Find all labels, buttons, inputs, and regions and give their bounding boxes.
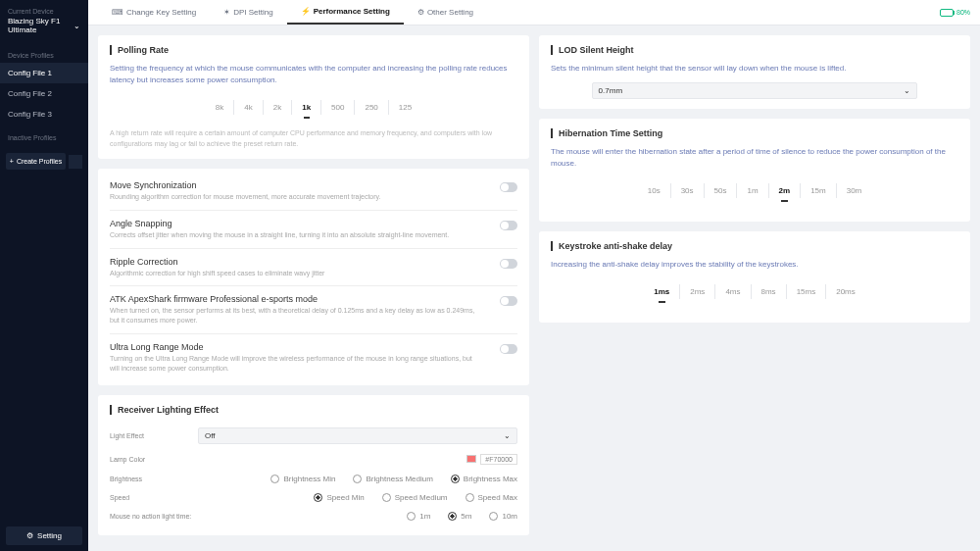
plus-icon: + bbox=[10, 158, 14, 165]
chevron-down-icon: ⌄ bbox=[904, 86, 910, 95]
toggle-switch-angle-snapping[interactable] bbox=[500, 221, 517, 230]
hib-30m[interactable]: 30m bbox=[837, 183, 872, 198]
sidebar-item-profile-2[interactable]: Config File 2 bbox=[0, 83, 88, 104]
chevron-down-icon: ⌄ bbox=[74, 22, 80, 30]
brightness-medium[interactable]: Brightness Medium bbox=[353, 475, 432, 483]
speed-max[interactable]: Speed Max bbox=[466, 493, 517, 502]
lod-title: LOD Silent Height bbox=[551, 45, 958, 55]
brightness-label: Brightness bbox=[110, 476, 198, 482]
hibernation-card: Hibernation Time Setting The mouse will … bbox=[539, 119, 970, 222]
hibernation-options: 10s 30s 50s 1m 2m 15m 30m bbox=[551, 183, 958, 198]
polling-note: A high return rate will require a certai… bbox=[110, 128, 517, 149]
sidebar-item-profile-3[interactable]: Config File 3 bbox=[0, 104, 88, 125]
toggle-title: Move Synchronization bbox=[110, 180, 381, 190]
toggle-desc: Turning on the Ultra Long Range Mode wil… bbox=[110, 354, 482, 374]
toggles-card: Move SynchronizationRounding algorithm c… bbox=[98, 169, 529, 385]
as-20ms[interactable]: 20ms bbox=[826, 284, 865, 299]
toggle-switch-move-sync[interactable] bbox=[500, 182, 517, 192]
key-icon: ⌨ bbox=[112, 8, 123, 17]
setting-button[interactable]: ⚙ Setting bbox=[6, 526, 82, 545]
polling-rate-card: Polling Rate Setting the frequency at wh… bbox=[98, 35, 529, 159]
create-profile-button[interactable]: + Create Profiles bbox=[6, 153, 66, 170]
hib-50s[interactable]: 50s bbox=[705, 183, 738, 198]
toggle-esports: ATK ApexShark firmware Professional e-sp… bbox=[110, 285, 517, 333]
toggle-switch-esports[interactable] bbox=[500, 296, 517, 306]
light-effect-label: Light Effect bbox=[110, 432, 198, 439]
antishake-card: Keystroke anti-shake delay Increasing th… bbox=[539, 231, 970, 323]
toggle-switch-ripple[interactable] bbox=[500, 259, 517, 269]
speed-icon: ⚡ bbox=[301, 7, 311, 16]
antishake-options: 1ms 2ms 4ms 8ms 15ms 20ms bbox=[551, 284, 958, 299]
noaction-1m[interactable]: 1m bbox=[407, 512, 430, 521]
gear-icon: ⚙ bbox=[26, 531, 33, 540]
tab-change-key[interactable]: ⌨Change Key Setting bbox=[98, 0, 210, 25]
speed-label: Speed bbox=[110, 494, 198, 501]
hib-15m[interactable]: 15m bbox=[801, 183, 837, 198]
brightness-max[interactable]: Brightness Max bbox=[451, 475, 517, 483]
toggle-switch-long-range[interactable] bbox=[500, 344, 517, 354]
noaction-5m[interactable]: 5m bbox=[448, 512, 471, 521]
polling-opt-8k[interactable]: 8k bbox=[206, 100, 234, 115]
hib-10s[interactable]: 10s bbox=[638, 183, 671, 198]
toggle-title: Angle Snapping bbox=[110, 219, 449, 228]
polling-opt-2k[interactable]: 2k bbox=[264, 100, 292, 115]
toggle-desc: Rounding algorithm correction for mouse … bbox=[110, 192, 381, 202]
noaction-10m[interactable]: 10m bbox=[489, 512, 517, 521]
polling-opt-4k[interactable]: 4k bbox=[234, 100, 263, 115]
delete-profile-button[interactable] bbox=[69, 155, 82, 169]
toggle-angle-snapping: Angle SnappingCorrects offset jitter whe… bbox=[110, 210, 517, 248]
brightness-min[interactable]: Brightness Min bbox=[270, 475, 335, 483]
speed-medium[interactable]: Speed Medium bbox=[382, 493, 448, 502]
hib-2m[interactable]: 2m bbox=[769, 183, 802, 198]
hibernation-desc: The mouse will enter the hibernation sta… bbox=[551, 146, 958, 170]
noaction-label: Mouse no action light time: bbox=[110, 513, 198, 520]
color-hex[interactable]: #F70000 bbox=[480, 454, 517, 465]
device-profiles-label: Device Profiles bbox=[0, 42, 88, 63]
as-4ms[interactable]: 4ms bbox=[715, 284, 751, 299]
as-8ms[interactable]: 8ms bbox=[752, 284, 787, 299]
toggle-desc: Algorithmic correction for high shift sp… bbox=[110, 269, 324, 278]
device-name: Blazing Sky F1 Ultimate bbox=[8, 17, 74, 34]
lod-card: LOD Silent Height Sets the minimum silen… bbox=[539, 35, 970, 109]
sidebar: Current Device Blazing Sky F1 Ultimate ⌄… bbox=[0, 0, 88, 551]
speed-min[interactable]: Speed Min bbox=[314, 493, 364, 502]
polling-opt-250[interactable]: 250 bbox=[355, 100, 388, 115]
polling-opt-1k[interactable]: 1k bbox=[292, 100, 321, 115]
polling-desc: Setting the frequency at which the mouse… bbox=[110, 63, 517, 86]
polling-options: 8k 4k 2k 1k 500 250 125 bbox=[110, 100, 517, 115]
polling-opt-125[interactable]: 125 bbox=[389, 100, 421, 115]
as-15ms[interactable]: 15ms bbox=[787, 284, 827, 299]
toggle-ripple: Ripple CorrectionAlgorithmic correction … bbox=[110, 248, 517, 286]
polling-opt-500[interactable]: 500 bbox=[321, 100, 355, 115]
toggle-title: ATK ApexShark firmware Professional e-sp… bbox=[110, 294, 482, 304]
device-selector[interactable]: Blazing Sky F1 Ultimate ⌄ bbox=[0, 15, 88, 42]
color-swatch[interactable] bbox=[466, 455, 476, 463]
toggle-desc: When turned on, the sensor performs at i… bbox=[110, 306, 482, 326]
sidebar-item-profile-1[interactable]: Config File 1 bbox=[0, 63, 88, 83]
tab-performance[interactable]: ⚡Performance Setting bbox=[287, 0, 404, 25]
lighting-title: Receiver Lighting Effect bbox=[110, 405, 517, 415]
lod-desc: Sets the minimum silent height that the … bbox=[551, 63, 958, 75]
polling-title: Polling Rate bbox=[110, 45, 517, 55]
toggle-title: Ripple Correction bbox=[110, 257, 324, 267]
as-2ms[interactable]: 2ms bbox=[680, 284, 715, 299]
crosshair-icon: ✶ bbox=[223, 8, 230, 17]
hib-30s[interactable]: 30s bbox=[671, 183, 705, 198]
lamp-color-label: Lamp Color bbox=[110, 456, 198, 463]
tab-bar: ⌨Change Key Setting ✶DPI Setting ⚡Perfor… bbox=[88, 0, 980, 25]
chevron-down-icon: ⌄ bbox=[504, 431, 511, 440]
antishake-desc: Increasing the anti-shake delay improves… bbox=[551, 259, 958, 271]
lod-select[interactable]: 0.7mm⌄ bbox=[592, 82, 918, 99]
toggle-title: Ultra Long Range Mode bbox=[110, 342, 482, 352]
battery-icon bbox=[940, 9, 954, 17]
hib-1m[interactable]: 1m bbox=[737, 183, 768, 198]
battery-indicator: 80% bbox=[940, 9, 970, 17]
light-effect-select[interactable]: Off⌄ bbox=[198, 427, 517, 444]
battery-pct: 80% bbox=[956, 9, 970, 16]
toggle-move-sync: Move SynchronizationRounding algorithm c… bbox=[110, 173, 517, 210]
antishake-title: Keystroke anti-shake delay bbox=[551, 241, 958, 251]
tab-dpi[interactable]: ✶DPI Setting bbox=[210, 0, 286, 25]
content: Polling Rate Setting the frequency at wh… bbox=[88, 25, 980, 551]
tab-other[interactable]: ⚙Other Setting bbox=[404, 0, 487, 25]
as-1ms[interactable]: 1ms bbox=[644, 284, 680, 299]
